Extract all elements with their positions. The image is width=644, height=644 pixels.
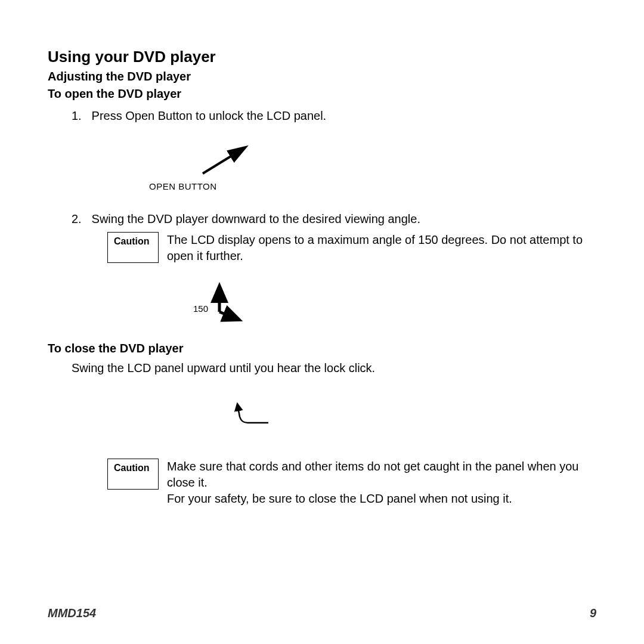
caution-label-box: Caution: [107, 232, 159, 263]
close-diagram: [215, 393, 596, 441]
svg-line-0: [203, 148, 244, 174]
step-2-number: 2.: [72, 212, 88, 226]
caution-close-text: Make sure that cords and other items do …: [167, 459, 596, 507]
caution-open: Caution The LCD display opens to a maxim…: [107, 232, 596, 264]
step-2: 2. Swing the DVD player downward to the …: [72, 212, 596, 226]
footer-page-number: 9: [590, 606, 596, 620]
step-1: 1. Press Open Button to unlock the LCD p…: [72, 109, 596, 123]
angle-value: 150: [193, 304, 208, 314]
footer-model: MMD154: [48, 606, 96, 620]
arrow-up-right-icon: [131, 141, 250, 182]
section-close-heading: To close the DVD player: [48, 342, 596, 355]
step-1-text: Press Open Button to unlock the LCD pane…: [92, 109, 327, 122]
step-1-number: 1.: [72, 109, 88, 123]
caution-open-text: The LCD display opens to a maximum angle…: [167, 232, 596, 264]
caution-close: Caution Make sure that cords and other i…: [107, 459, 596, 507]
angle-diagram: 150: [197, 282, 596, 336]
open-button-diagram: OPEN BUTTON: [131, 141, 596, 200]
section-open-heading: To open the DVD player: [48, 87, 596, 101]
page-footer: MMD154 9: [48, 606, 596, 620]
step-2-text: Swing the DVD player downward to the des…: [92, 212, 420, 225]
curved-arrow-icon: [215, 393, 286, 435]
page-title: Using your DVD player: [48, 48, 596, 66]
page-subtitle: Adjusting the DVD player: [48, 70, 596, 83]
open-button-label: OPEN BUTTON: [149, 181, 217, 191]
svg-line-2: [219, 312, 237, 319]
document-page: Using your DVD player Adjusting the DVD …: [0, 0, 644, 644]
caution-close-label-box: Caution: [107, 459, 159, 490]
section-close-body: Swing the LCD panel upward until you hea…: [72, 361, 596, 375]
